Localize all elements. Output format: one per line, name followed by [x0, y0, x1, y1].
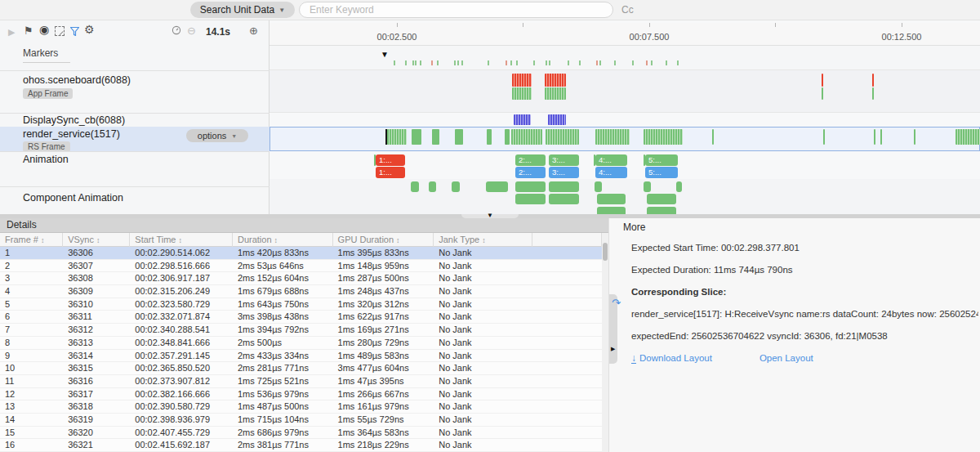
timeline-slice[interactable]: [515, 194, 546, 204]
sort-icon[interactable]: ↕: [396, 236, 400, 244]
timeline-slice[interactable]: [411, 181, 419, 192]
timeline-slice[interactable]: [387, 129, 407, 145]
table-row[interactable]: 143631900:02.398.936.9791ms 715µs 104ns1…: [0, 414, 602, 427]
table-row[interactable]: 123631700:02.382.166.6661ms 536µs 979ns1…: [0, 388, 602, 401]
time-ruler[interactable]: 00:02.50000:07.50000:12.500: [270, 23, 980, 46]
timeline-slice[interactable]: 5:...: [645, 167, 678, 178]
table-row[interactable]: 133631800:02.390.580.7291ms 487µs 500ns1…: [0, 401, 602, 414]
sceneboard-track-label[interactable]: ohos.sceneboard(6088): [23, 74, 131, 86]
timeline-slice[interactable]: [412, 129, 421, 145]
component-animation-track-label[interactable]: Component Animation: [23, 192, 123, 204]
timeline-slice[interactable]: 3:...: [549, 167, 579, 178]
search-scope-dropdown[interactable]: Search Unit Data ▼: [190, 2, 295, 18]
displaysync-track-label[interactable]: DisplaySync_cb(6088): [23, 114, 125, 126]
timeline-slice[interactable]: 3:...: [549, 154, 579, 166]
table-row[interactable]: 163632100:02.415.692.1872ms 381µs 771ns1…: [0, 439, 602, 452]
timeline-slice[interactable]: [644, 129, 683, 145]
timeline-slice[interactable]: [515, 181, 546, 192]
sort-icon[interactable]: ↕: [274, 236, 278, 244]
timeline-slice[interactable]: [874, 129, 875, 145]
timeline-slice[interactable]: [644, 181, 651, 192]
table-row[interactable]: 153632000:02.407.455.7292ms 686µs 979ns1…: [0, 427, 602, 440]
keyword-search-input[interactable]: [299, 2, 613, 18]
sort-icon[interactable]: ↕: [482, 236, 486, 244]
timeline-slice[interactable]: 4:...: [595, 154, 627, 166]
timeline-slice[interactable]: [546, 129, 579, 145]
download-layout-link[interactable]: ↓Download Layout: [631, 353, 712, 364]
column-header-duration[interactable]: Duration↕: [233, 233, 333, 247]
table-row[interactable]: 103631500:02.365.850.5202ms 281µs 771ns3…: [0, 362, 602, 375]
table-row[interactable]: 63631100:02.332.071.8743ms 398µs 438ns1m…: [0, 311, 602, 324]
zoom-out-button[interactable]: ⊖: [187, 25, 196, 37]
table-row[interactable]: 13630600:02.290.514.0621ms 420µs 833ns1m…: [0, 247, 602, 260]
sort-icon[interactable]: ↕: [96, 236, 100, 244]
table-scrollbar-thumb[interactable]: [603, 243, 608, 261]
timeline-slice[interactable]: [549, 194, 579, 204]
timeline-slice[interactable]: [452, 181, 460, 192]
column-header-frame-[interactable]: Frame #↕: [0, 233, 63, 247]
timeline-slice[interactable]: [511, 129, 542, 145]
column-header-start-time[interactable]: Start Time↕: [130, 233, 233, 247]
timeline-slice[interactable]: [880, 129, 882, 145]
timeline-slice[interactable]: 5:...: [645, 154, 678, 166]
timeline-slice[interactable]: [545, 87, 566, 100]
timeline-slice[interactable]: [505, 129, 510, 145]
column-header-jank-type[interactable]: Jank Type↕: [434, 233, 532, 247]
timeline-slice[interactable]: [432, 129, 439, 145]
timeline-slice[interactable]: [548, 114, 566, 125]
timeline-slice[interactable]: [486, 181, 508, 192]
timeline-slice[interactable]: [872, 74, 874, 87]
timeline-slice[interactable]: [545, 74, 566, 87]
table-row[interactable]: 83631300:02.348.841.6662ms 500µs1ms 280µ…: [0, 337, 602, 350]
edit-region-icon[interactable]: [55, 26, 65, 36]
timeline-slice[interactable]: [914, 129, 915, 145]
timeline-slice[interactable]: [595, 181, 602, 192]
sort-icon[interactable]: ↕: [41, 236, 45, 244]
timeline-slice[interactable]: 2:...: [515, 154, 546, 166]
table-row[interactable]: 43630900:02.315.206.2491ms 679µs 688ns1m…: [0, 285, 602, 298]
open-layout-link[interactable]: Open Layout: [760, 353, 813, 364]
table-row[interactable]: 113631600:02.373.907.8121ms 725µs 521ns1…: [0, 375, 602, 388]
table-scrollbar[interactable]: [602, 233, 608, 452]
timeline-slice[interactable]: [514, 114, 531, 125]
match-case-toggle[interactable]: Cc: [621, 4, 634, 16]
filter-icon[interactable]: [70, 26, 79, 38]
table-row[interactable]: 73631200:02.340.288.5411ms 394µs 792ns1m…: [0, 324, 602, 337]
table-row[interactable]: 23630700:02.298.516.6662ms 53µs 646ns1ms…: [0, 260, 602, 273]
navigate-circle-icon[interactable]: ◉: [39, 24, 49, 36]
animation-track[interactable]: 1:...2:...3:...4:...5:... 1:...2:...3:..…: [270, 151, 980, 179]
render-service-track[interactable]: [270, 127, 980, 151]
timeline-slice[interactable]: [455, 129, 463, 145]
zoom-in-button[interactable]: ⊕: [249, 25, 258, 37]
timeline-slice[interactable]: [712, 129, 714, 145]
component-animation-track[interactable]: [270, 179, 980, 214]
markers-strip[interactable]: ▼: [270, 46, 980, 70]
play-icon[interactable]: ▶: [8, 26, 15, 38]
column-header-gpu-duration[interactable]: GPU Duration↕: [333, 233, 434, 247]
column-header-vsync[interactable]: VSync↕: [63, 233, 130, 247]
timeline-slice[interactable]: [822, 74, 823, 87]
timeline-slice[interactable]: [595, 129, 630, 145]
timeline-slice[interactable]: [872, 87, 874, 100]
displaysync-track[interactable]: [270, 113, 980, 127]
timeline-slice[interactable]: [512, 74, 532, 87]
timeline-slice[interactable]: 4:...: [595, 167, 627, 178]
sort-icon[interactable]: ↕: [178, 236, 182, 244]
timeline-slice[interactable]: [647, 194, 676, 204]
table-row[interactable]: 53631000:02.323.580.7291ms 643µs 750ns1m…: [0, 298, 602, 311]
timeline-slice[interactable]: 1:...: [376, 167, 405, 178]
animation-track-label[interactable]: Animation: [23, 154, 69, 165]
timeline-slice[interactable]: [512, 87, 532, 100]
timeline-slice[interactable]: [487, 129, 492, 145]
table-row[interactable]: 93631400:02.357.291.1452ms 433µs 334ns1m…: [0, 350, 602, 363]
timeline-slice[interactable]: [429, 181, 436, 192]
flag-icon[interactable]: ⚑: [24, 25, 33, 37]
options-dropdown[interactable]: options ▼: [186, 129, 248, 142]
jump-to-slice-icon[interactable]: ↷: [612, 297, 621, 309]
timeline-slice[interactable]: 1:...: [376, 154, 405, 166]
timeline-slice[interactable]: [823, 129, 825, 145]
table-row[interactable]: 33630800:02.306.917.1872ms 152µs 604ns1m…: [0, 272, 602, 285]
gear-icon[interactable]: ⚙: [84, 24, 95, 36]
timeline-slice[interactable]: [549, 181, 579, 192]
timeline-slice[interactable]: [676, 181, 682, 192]
